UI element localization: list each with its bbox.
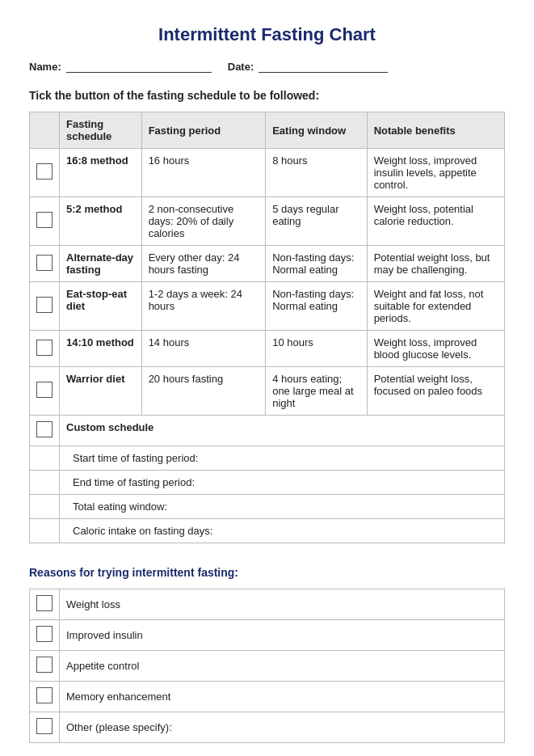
- custom-field-row: Caloric intake on fasting days:: [30, 519, 505, 543]
- row-checkbox-cell[interactable]: [30, 246, 60, 282]
- reason-checkbox-box[interactable]: [36, 687, 53, 703]
- reason-checkbox-cell[interactable]: [30, 682, 60, 712]
- reason-checkbox-cell[interactable]: [30, 651, 60, 682]
- name-underline[interactable]: [66, 60, 212, 73]
- row-benefits: Weight and fat loss, not suitable for ex…: [367, 282, 504, 331]
- custom-field-row: End time of fasting period:: [30, 471, 505, 495]
- row-period: 16 hours: [141, 149, 266, 197]
- reasons-row: Other (please specify):: [30, 712, 505, 743]
- table-row: 5:2 method 2 non-consecutive days: 20% o…: [30, 197, 505, 246]
- row-period: Every other day: 24 hours fasting: [141, 246, 266, 282]
- date-underline[interactable]: [259, 60, 388, 73]
- header-period: Fasting period: [141, 112, 266, 149]
- row-window: 4 hours eating; one large meal at night: [266, 367, 367, 416]
- reasons-title: Reasons for trying intermittent fasting:: [29, 566, 505, 579]
- reason-label: Appetite control: [60, 651, 505, 682]
- reason-checkbox-box[interactable]: [36, 718, 53, 734]
- checkbox-box[interactable]: [36, 382, 53, 398]
- page-title: Intermittent Fasting Chart: [29, 24, 505, 45]
- custom-field-empty: [30, 519, 60, 543]
- row-window: 5 days regular eating: [266, 197, 367, 246]
- custom-checkbox-cell[interactable]: [30, 416, 60, 446]
- row-checkbox-cell[interactable]: [30, 197, 60, 246]
- custom-field-label: Start time of fasting period:: [60, 446, 505, 471]
- table-row: Alternate-day fasting Every other day: 2…: [30, 246, 505, 282]
- tick-instruction: Tick the button of the fasting schedule …: [29, 89, 505, 102]
- row-benefits: Weight loss, potential calorie reduction…: [367, 197, 504, 246]
- row-name: Alternate-day fasting: [60, 246, 142, 282]
- reason-label: Other (please specify):: [60, 712, 505, 743]
- row-checkbox-cell[interactable]: [30, 367, 60, 416]
- table-row: 14:10 method 14 hours 10 hours Weight lo…: [30, 331, 505, 367]
- checkbox-box[interactable]: [36, 163, 53, 179]
- row-window: 10 hours: [266, 331, 367, 367]
- row-name: Warrior diet: [60, 367, 142, 416]
- row-checkbox-cell[interactable]: [30, 331, 60, 367]
- reasons-table: Weight loss Improved insulin Appetite co…: [29, 589, 505, 743]
- row-checkbox-cell[interactable]: [30, 282, 60, 331]
- row-name: Eat-stop-eat diet: [60, 282, 142, 331]
- header-window: Eating window: [266, 112, 367, 149]
- row-checkbox-cell[interactable]: [30, 149, 60, 197]
- table-row: 16:8 method 16 hours 8 hours Weight loss…: [30, 149, 505, 197]
- table-row: Warrior diet 20 hours fasting 4 hours ea…: [30, 367, 505, 416]
- row-window: Non-fasting days: Normal eating: [266, 246, 367, 282]
- reasons-row: Weight loss: [30, 589, 505, 620]
- table-header-row: Fasting schedule Fasting period Eating w…: [30, 112, 505, 149]
- reason-checkbox-cell[interactable]: [30, 712, 60, 743]
- row-period: 2 non-consecutive days: 20% of daily cal…: [141, 197, 266, 246]
- row-benefits: Potential weight loss, focused on paleo …: [367, 367, 504, 416]
- reason-checkbox-box[interactable]: [36, 595, 53, 611]
- custom-field-label: Total eating window:: [60, 495, 505, 519]
- reason-checkbox-box[interactable]: [36, 657, 53, 673]
- name-date-row: Name: Date:: [29, 60, 505, 73]
- fasting-table: Fasting schedule Fasting period Eating w…: [29, 112, 505, 543]
- row-period: 1-2 days a week: 24 hours: [141, 282, 266, 331]
- row-period: 20 hours fasting: [141, 367, 266, 416]
- reasons-section: Reasons for trying intermittent fasting:…: [29, 566, 505, 743]
- custom-schedule-label: Custom schedule: [60, 416, 505, 446]
- name-label: Name:: [29, 61, 61, 73]
- custom-field-row: Start time of fasting period:: [30, 446, 505, 471]
- reasons-row: Memory enhancement: [30, 682, 505, 712]
- checkbox-box[interactable]: [36, 212, 53, 228]
- reason-checkbox-cell[interactable]: [30, 589, 60, 620]
- header-checkbox-col: [30, 112, 60, 149]
- reason-label: Weight loss: [60, 589, 505, 620]
- row-benefits: Weight loss, improved blood glucose leve…: [367, 331, 504, 367]
- reason-label: Improved insulin: [60, 620, 505, 651]
- checkbox-box[interactable]: [36, 297, 53, 313]
- row-name: 16:8 method: [60, 149, 142, 197]
- header-benefits: Notable benefits: [367, 112, 504, 149]
- reason-checkbox-cell[interactable]: [30, 620, 60, 651]
- table-row: Eat-stop-eat diet 1-2 days a week: 24 ho…: [30, 282, 505, 331]
- checkbox-box[interactable]: [36, 255, 53, 271]
- header-schedule: Fasting schedule: [60, 112, 142, 149]
- row-name: 14:10 method: [60, 331, 142, 367]
- custom-schedule-row: Custom schedule: [30, 416, 505, 446]
- row-period: 14 hours: [141, 331, 266, 367]
- custom-checkbox-box[interactable]: [36, 421, 53, 437]
- reason-checkbox-box[interactable]: [36, 626, 53, 642]
- custom-field-label: Caloric intake on fasting days:: [60, 519, 505, 543]
- custom-field-empty: [30, 495, 60, 519]
- row-benefits: Weight loss, improved insulin levels, ap…: [367, 149, 504, 197]
- custom-field-row: Total eating window:: [30, 495, 505, 519]
- custom-field-label: End time of fasting period:: [60, 471, 505, 495]
- row-window: Non-fasting days: Normal eating: [266, 282, 367, 331]
- reasons-row: Appetite control: [30, 651, 505, 682]
- custom-field-empty: [30, 446, 60, 471]
- custom-field-empty: [30, 471, 60, 495]
- row-name: 5:2 method: [60, 197, 142, 246]
- reason-label: Memory enhancement: [60, 682, 505, 712]
- checkbox-box[interactable]: [36, 340, 53, 356]
- reasons-row: Improved insulin: [30, 620, 505, 651]
- date-label: Date:: [228, 61, 254, 73]
- row-window: 8 hours: [266, 149, 367, 197]
- row-benefits: Potential weight loss, but may be challe…: [367, 246, 504, 282]
